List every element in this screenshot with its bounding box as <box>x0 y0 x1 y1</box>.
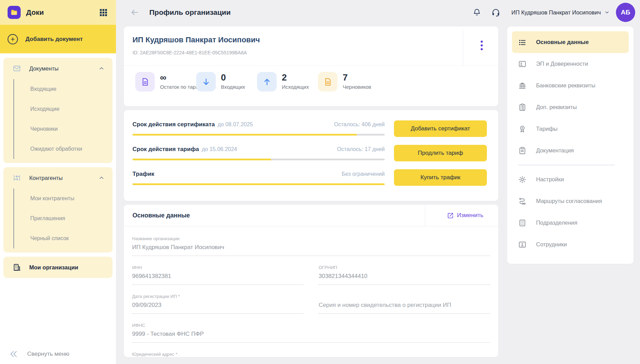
tab-signatures[interactable]: ЭП и Доверенности <box>512 53 629 75</box>
details-header: Основные данные Изменить <box>124 205 498 226</box>
arrow-down-icon <box>196 72 216 92</box>
pencil-square-icon <box>447 212 454 219</box>
limit-remaining: Осталось: 406 дней <box>334 121 385 128</box>
divider <box>518 165 615 165</box>
extend-tariff-button[interactable]: Продлить тариф <box>394 145 487 161</box>
field-certificate-series[interactable]: Серия и номер свидетельства о регистраци… <box>319 294 490 314</box>
details-form: Название организации ИП Кудряшов Панкрат… <box>124 226 498 357</box>
menu-group-my-organizations: Мои организации <box>3 257 113 278</box>
tariff-limit-row: Срок действия тарифадо 15.06.2024 Остало… <box>132 146 385 160</box>
field-legal-address[interactable]: Юридический адрес * <box>132 352 490 357</box>
divider <box>425 205 425 226</box>
add-document-label: Добавить документ <box>25 36 83 43</box>
tab-departments[interactable]: Подразделения <box>512 212 629 234</box>
field-inn[interactable]: ИНН 969641382381 <box>132 265 303 285</box>
tab-label: Маршруты согласования <box>536 198 602 204</box>
tab-main-data[interactable]: Основные данные <box>512 31 629 53</box>
clipboard-icon <box>518 147 526 155</box>
sidebar-item-my-contractors[interactable]: Мои контрагенты <box>14 189 113 208</box>
tab-documentation[interactable]: Документация <box>512 140 629 161</box>
org-id: ID: 2AE28F50C8E-2224-48E1-81EE-05C55199B… <box>132 50 247 55</box>
contractors-submenu: Мои контрагенты Приглашения Черный списо… <box>13 189 113 248</box>
user-menu[interactable]: ИП Кудряшов Панкрат Иосипович <box>511 9 610 16</box>
sidebar-item-contractors[interactable]: Контрагенты <box>3 167 113 189</box>
clipboard-list-icon <box>518 103 526 111</box>
app-window: Доки Добавить документ Документы <box>0 0 640 364</box>
award-icon <box>518 125 526 133</box>
details-title: Основные данные <box>132 212 190 219</box>
tab-label: Тарифы <box>536 126 557 132</box>
add-document-button[interactable]: Добавить документ <box>0 25 116 53</box>
headset-icon[interactable] <box>491 8 500 17</box>
field-ifns[interactable]: ИФНС 9999 - Тестовая ФНС ПФР <box>132 323 490 343</box>
edit-label: Изменить <box>457 212 483 219</box>
tab-employees[interactable]: Сотрудники <box>512 234 629 255</box>
add-certificate-button[interactable]: Добавить сертификат <box>394 120 487 137</box>
sidebar-item-outgoing[interactable]: Исходящие <box>14 99 113 119</box>
tab-approval-routes[interactable]: Маршруты согласования <box>512 190 629 212</box>
app-logo[interactable] <box>8 6 21 19</box>
menu-group-contractors: Контрагенты Мои контрагенты Приглашения … <box>3 167 113 253</box>
edit-button[interactable]: Изменить <box>444 212 483 219</box>
progress-bar <box>132 183 385 185</box>
departments-icon <box>518 219 526 227</box>
field-registration-date[interactable]: Дата регистрации ИП * 09/09/2023 <box>132 294 303 314</box>
limit-remaining: Без ограничений <box>342 171 385 177</box>
tab-label: Документация <box>536 147 574 154</box>
avatar[interactable]: АБ <box>616 3 635 22</box>
org-settings-menu: Основные данные ЭП и Доверенности Банков… <box>507 26 633 264</box>
sidebar-item-invitations[interactable]: Приглашения <box>14 208 113 228</box>
progress-bar <box>132 134 385 136</box>
sidebar-item-drafts[interactable]: Черновики <box>14 119 113 139</box>
tab-label: Основные данные <box>536 39 589 45</box>
page-title: Профиль организации <box>149 8 462 17</box>
certificate-limit-row: Срок действия сертификатадо 08.07.2025 О… <box>132 121 385 136</box>
apps-grid-icon[interactable] <box>99 8 108 17</box>
arrow-up-icon <box>257 72 277 92</box>
limit-label: Трафик <box>132 171 154 177</box>
tab-settings[interactable]: Настройки <box>512 169 629 190</box>
field-ogrnip[interactable]: ОГРНИП 303821344344410 <box>319 265 490 285</box>
back-arrow-icon[interactable] <box>130 8 139 17</box>
buy-traffic-button[interactable]: Купить трафик <box>394 169 487 186</box>
envelope-icon <box>13 64 21 73</box>
gear-icon <box>518 175 526 184</box>
top-bar: Профиль организации ИП Кудряшов Панкрат … <box>116 0 640 25</box>
document-icon <box>318 72 338 92</box>
sidebar-item-incoming[interactable]: Входящие <box>14 79 113 99</box>
field-value: 09/09/2023 <box>132 302 303 309</box>
tab-label: Подразделения <box>536 220 577 226</box>
limits-card: Срок действия сертификатадо 08.07.2025 О… <box>124 110 498 201</box>
field-org-name[interactable]: Название организации ИП Кудряшов Панкрат… <box>132 236 490 256</box>
field-value: ИП Кудряшов Панкрат Иосипович <box>132 244 490 251</box>
tab-additional-details[interactable]: Доп. реквизиты <box>512 96 629 118</box>
sidebar-item-pending[interactable]: Ожидают обработки <box>14 139 113 159</box>
stats-row: ∞ Остаток по тарифу 0 Входящих <box>135 72 379 92</box>
tab-bank-details[interactable]: Банковские реквизиты <box>512 75 629 96</box>
limit-until: до 08.07.2025 <box>217 121 253 127</box>
field-label: ИНН <box>132 265 303 270</box>
sidebar-item-documents[interactable]: Документы <box>3 58 113 79</box>
sidebar-item-blacklist[interactable]: Черный список <box>14 228 113 248</box>
menu-group-documents: Документы Входящие Исходящие Черновики О… <box>3 58 113 163</box>
stat-incoming: 0 Входящих <box>196 72 257 92</box>
sidebar-item-label: Документы <box>29 65 99 72</box>
folder-icon <box>10 9 18 16</box>
collapse-menu-button[interactable]: Свернуть меню <box>9 350 70 358</box>
sidebar-header: Доки <box>0 0 116 25</box>
bell-icon[interactable] <box>473 8 481 17</box>
tab-label: Банковские реквизиты <box>536 82 595 89</box>
stat-value: 2 <box>282 73 309 82</box>
employee-card-icon <box>518 240 526 249</box>
sidebar-menu: Документы Входящие Исходящие Черновики О… <box>0 53 116 278</box>
stat-tariff-remainder: ∞ Остаток по тарифу <box>135 72 196 92</box>
tab-label: Настройки <box>536 176 564 183</box>
tab-tariffs[interactable]: Тарифы <box>512 118 629 140</box>
traffic-limit-row: Трафик Без ограничений <box>132 171 385 185</box>
org-summary-card: ИП Кудряшов Панкрат Иосипович ID: 2AE28F… <box>124 26 498 106</box>
route-icon <box>518 197 526 205</box>
main-area: Профиль организации ИП Кудряшов Панкрат … <box>116 0 640 364</box>
divider <box>463 31 463 65</box>
sidebar-item-my-organizations[interactable]: Мои организации <box>3 257 113 278</box>
kebab-menu-icon[interactable] <box>478 41 485 50</box>
